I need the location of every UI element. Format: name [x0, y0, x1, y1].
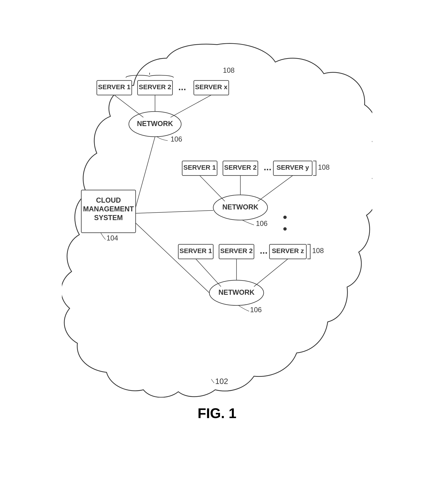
svg-text:SERVER y: SERVER y — [277, 164, 309, 171]
svg-text:SERVER 2: SERVER 2 — [139, 83, 171, 90]
svg-text:MANAGEMENT: MANAGEMENT — [83, 205, 134, 213]
svg-text:NETWORK: NETWORK — [137, 120, 173, 128]
svg-text:SYSTEM: SYSTEM — [94, 214, 123, 222]
figure-caption: FIG. 1 — [197, 405, 236, 421]
svg-text:108: 108 — [318, 163, 330, 171]
diagram-area: 108 SERVER 1 SERVER 2 ... SERVER x — [43, 39, 392, 465]
svg-text:SERVER 2: SERVER 2 — [220, 247, 253, 254]
fig-label: FIG. 1 — [197, 405, 236, 421]
svg-line-19 — [136, 137, 155, 207]
svg-text:SERVER 2: SERVER 2 — [224, 164, 257, 171]
svg-line-11 — [114, 95, 143, 117]
svg-text:SERVER z: SERVER z — [272, 247, 304, 254]
svg-text:SERVER 1: SERVER 1 — [98, 83, 130, 90]
svg-text:SERVER x: SERVER x — [195, 83, 228, 90]
svg-line-13 — [171, 95, 211, 117]
svg-line-34 — [136, 210, 213, 213]
svg-text:106: 106 — [256, 219, 268, 227]
svg-text:102: 102 — [215, 377, 228, 386]
svg-line-50 — [254, 259, 288, 287]
svg-text:NETWORK: NETWORK — [218, 288, 255, 296]
svg-text:...: ... — [259, 245, 267, 256]
top-108-label: 108 — [223, 66, 235, 74]
svg-text:NETWORK: NETWORK — [222, 203, 259, 211]
svg-text:SERVER 1: SERVER 1 — [179, 247, 212, 254]
svg-text:CLOUD: CLOUD — [96, 196, 121, 204]
cloud-shape: 108 SERVER 1 SERVER 2 ... SERVER x — [62, 39, 372, 397]
svg-text:•: • — [283, 222, 287, 235]
svg-line-33 — [258, 175, 293, 201]
page-container: 108 SERVER 1 SERVER 2 ... SERVER x — [0, 0, 434, 504]
svg-line-48 — [196, 259, 221, 287]
svg-text:•: • — [283, 211, 287, 224]
svg-text:106: 106 — [250, 306, 262, 314]
svg-text:...: ... — [178, 82, 186, 92]
svg-text:SERVER 1: SERVER 1 — [183, 164, 216, 171]
svg-text:108: 108 — [312, 247, 324, 255]
svg-line-31 — [200, 175, 225, 201]
svg-text:106: 106 — [171, 135, 182, 143]
svg-text:...: ... — [263, 162, 271, 172]
svg-text:104: 104 — [107, 234, 118, 242]
